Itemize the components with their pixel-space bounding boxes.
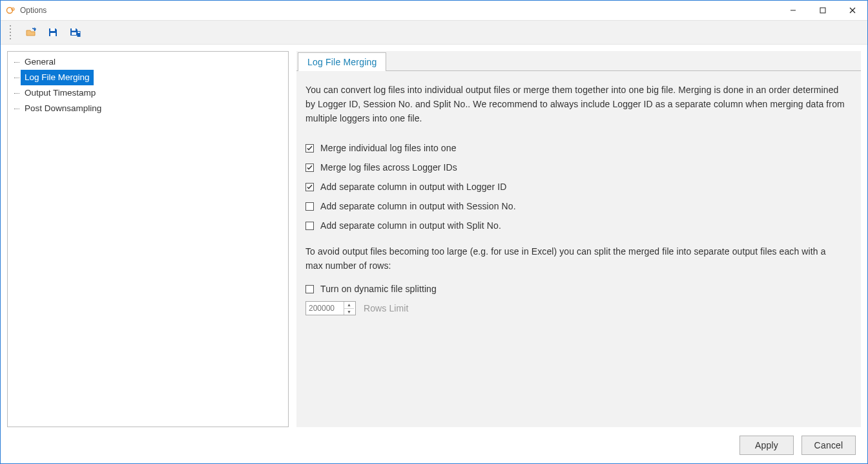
spin-arrows[interactable]: ▲ ▼ (344, 302, 354, 315)
checkbox-icon (305, 183, 314, 191)
tab-log-file-merging[interactable]: Log File Merging (298, 52, 386, 71)
right-pane: Log File Merging You can convert log fil… (296, 51, 861, 427)
rows-limit-spinbox[interactable]: ▲ ▼ (305, 301, 356, 315)
apply-button[interactable]: Apply (739, 436, 794, 455)
svg-rect-6 (72, 32, 76, 35)
maximize-button[interactable] (808, 1, 838, 20)
tab-content: You can convert log files into individua… (296, 70, 861, 427)
rows-limit-label: Rows Limit (364, 301, 408, 315)
svg-rect-5 (72, 28, 76, 31)
minimize-button[interactable] (778, 1, 808, 20)
toolbar-grip (10, 25, 12, 39)
save-button[interactable] (45, 24, 61, 41)
checkbox-label: Turn on dynamic file splitting (320, 282, 437, 296)
tree-row: Log File Merging (14, 70, 288, 85)
checkbox-icon (305, 144, 314, 153)
checkbox-icon (305, 285, 314, 293)
checkbox-add-split-no-column[interactable]: Add separate column in output with Split… (305, 218, 845, 233)
checkbox-label: Merge individual log files into one (320, 141, 457, 155)
save-as-button[interactable] (67, 24, 83, 41)
checkbox-icon (305, 202, 314, 211)
tabbar: Log File Merging (296, 51, 861, 70)
tree-row: Output Timestamp (14, 85, 288, 101)
open-folder-button[interactable] (23, 24, 39, 41)
sidebar-item-log-file-merging[interactable]: Log File Merging (21, 70, 94, 85)
svg-rect-2 (820, 8, 825, 13)
checkbox-dynamic-file-splitting[interactable]: Turn on dynamic file splitting (305, 282, 845, 296)
sidebar-item-general[interactable]: General (21, 54, 59, 70)
checkbox-label: Add separate column in output with Logge… (320, 180, 506, 194)
window-title: Options (20, 6, 46, 15)
checkbox-merge-across-logger-ids[interactable]: Merge log files across Logger IDs (305, 160, 845, 174)
checkbox-add-session-no-column[interactable]: Add separate column in output with Sessi… (305, 199, 845, 213)
body: General Log File Merging Output Timestam… (1, 45, 867, 427)
checkbox-label: Merge log files across Logger IDs (320, 160, 457, 174)
checkbox-icon (305, 222, 314, 230)
sidebar-item-output-timestamp[interactable]: Output Timestamp (21, 85, 99, 101)
spin-down-icon[interactable]: ▼ (344, 309, 354, 315)
rows-limit-input[interactable] (306, 302, 344, 315)
toolbar (1, 20, 867, 45)
tree-row: Post Downsampling (14, 101, 288, 116)
svg-rect-4 (50, 33, 56, 36)
checkbox-label: Add separate column in output with Sessi… (320, 199, 516, 213)
titlebar: Options (1, 1, 867, 20)
rows-limit-row: ▲ ▼ Rows Limit (305, 301, 845, 315)
options-window: Options (0, 0, 868, 464)
svg-rect-3 (50, 28, 55, 31)
close-button[interactable] (838, 1, 867, 20)
cancel-button[interactable]: Cancel (801, 436, 856, 455)
app-icon (6, 5, 16, 16)
checkbox-icon (305, 163, 314, 172)
tree-row: General (14, 54, 288, 70)
checkbox-add-logger-id-column[interactable]: Add separate column in output with Logge… (305, 180, 845, 194)
sidebar-item-post-downsampling[interactable]: Post Downsampling (21, 101, 105, 116)
sidebar: General Log File Merging Output Timestam… (7, 51, 289, 427)
footer: Apply Cancel (1, 427, 867, 463)
description-text: You can convert log files into individua… (305, 83, 845, 125)
spin-up-icon[interactable]: ▲ (344, 302, 354, 309)
split-description: To avoid output files becoming too large… (305, 244, 845, 273)
checkbox-label: Add separate column in output with Split… (320, 218, 501, 233)
svg-rect-8 (78, 32, 80, 33)
checkbox-merge-individual[interactable]: Merge individual log files into one (305, 141, 845, 155)
